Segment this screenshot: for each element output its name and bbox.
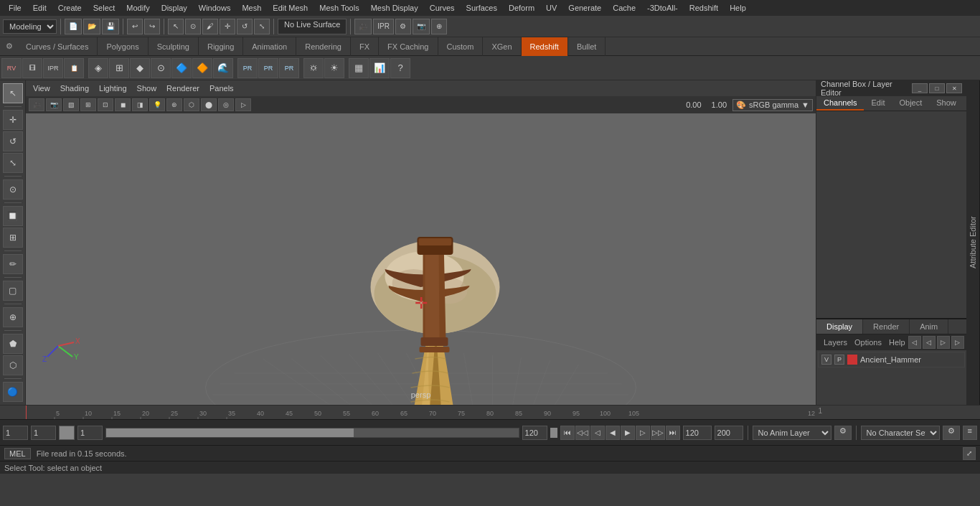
cb-close-btn[interactable]: ✕ [946, 83, 962, 93]
playback-range-bar[interactable] [105, 428, 519, 438]
vp-menu-lighting[interactable]: Lighting [96, 83, 130, 94]
move-btn[interactable]: ✛ [3, 110, 23, 130]
menu-mesh[interactable]: Mesh [236, 2, 267, 14]
le-tab-display[interactable]: Display [816, 319, 863, 334]
paint-tool-btn[interactable]: 🖌 [202, 19, 218, 34]
undo-btn[interactable]: ↩ [127, 19, 143, 34]
vp-menu-view[interactable]: View [30, 83, 53, 94]
rs-btn-7[interactable]: 🔷 [171, 58, 192, 78]
frame-current-input[interactable] [31, 426, 56, 440]
move-tool-btn[interactable]: ✛ [220, 19, 235, 34]
tab-custom[interactable]: Custom [438, 37, 484, 56]
region-select-btn[interactable]: ▢ [3, 281, 23, 301]
layer-row-ancient-hammer[interactable]: V P Ancient_Hammer [818, 352, 965, 367]
menu-mesh-tools[interactable]: Mesh Tools [314, 2, 364, 14]
menu-help[interactable]: Help [724, 2, 752, 14]
layer-help-menu[interactable]: Help [886, 337, 908, 348]
vp-menu-show[interactable]: Show [134, 83, 160, 94]
sculpt2-btn[interactable]: ⬡ [3, 355, 23, 375]
char-set-select[interactable]: No Character Set [861, 426, 940, 440]
prev-frame-btn[interactable]: ◁ [590, 426, 605, 440]
frame-range-start-input[interactable] [77, 426, 103, 440]
vp-menu-panels[interactable]: Panels [207, 83, 237, 94]
rs-btn-5[interactable]: ◆ [130, 58, 150, 78]
live-surface-btn[interactable]: No Live Surface [278, 19, 347, 34]
menu-display[interactable]: Display [156, 2, 193, 14]
cam2-ctrl-btn[interactable]: 📷 [46, 98, 62, 111]
play-back-btn[interactable]: ◀ [606, 426, 620, 440]
tab-xgen[interactable]: XGen [483, 37, 521, 56]
tab-redshift[interactable]: Redshift [522, 37, 568, 56]
tab-rendering[interactable]: Rendering [296, 37, 351, 56]
render-settings-btn[interactable]: ⚙ [395, 19, 411, 34]
tex-ctrl-btn[interactable]: ◨ [132, 98, 148, 111]
gamma-chevron[interactable]: ▼ [801, 100, 809, 109]
select-tool-btn[interactable]: ↖ [168, 19, 184, 34]
vp-menu-shading[interactable]: Shading [57, 83, 92, 94]
play-fwd-btn[interactable]: ▶ [621, 426, 635, 440]
rs-btn-3[interactable]: ◈ [88, 58, 108, 78]
timeline-ruler[interactable]: 5 10 15 20 25 30 35 40 45 50 55 60 65 70… [0, 405, 980, 419]
go-end-btn[interactable]: ⏭ [666, 426, 680, 440]
save-scene-btn[interactable]: 💾 [102, 19, 119, 34]
menu-surfaces[interactable]: Surfaces [461, 2, 503, 14]
scale-tool-btn[interactable]: ⤡ [254, 19, 270, 34]
menu-modify[interactable]: Modify [121, 2, 155, 14]
tab-fx[interactable]: FX [351, 37, 379, 56]
rs-btn-ipr[interactable]: IPR [43, 58, 63, 78]
anim-layer-settings-btn[interactable]: ⚙ [834, 426, 852, 440]
layer-icon-3[interactable]: ▷ [937, 336, 950, 349]
menu-curves[interactable]: Curves [424, 2, 461, 14]
menu-mesh-display[interactable]: Mesh Display [365, 2, 424, 14]
select-btn[interactable]: ↖ [3, 83, 23, 103]
snap-btn[interactable]: 🔲 [3, 206, 23, 226]
light-ctrl-btn[interactable]: 💡 [149, 98, 165, 111]
vp-menu-renderer[interactable]: Renderer [164, 83, 202, 94]
max-frame-input[interactable] [715, 426, 743, 440]
layer-icon-4[interactable]: ▷ [951, 336, 964, 349]
help-expand-btn[interactable]: ⤢ [963, 447, 976, 460]
grid-ctrl-btn[interactable]: ⊞ [80, 98, 96, 111]
rs-btn-pr3[interactable]: PR [279, 58, 299, 78]
redo-btn[interactable]: ↪ [144, 19, 160, 34]
layer-visibility-btn[interactable]: V [821, 355, 831, 365]
menu-file[interactable]: File [3, 2, 27, 14]
xray-ctrl-btn[interactable]: ⊛ [166, 98, 182, 111]
ipr-btn[interactable]: IPR [373, 19, 394, 34]
layers-menu[interactable]: Layers [821, 337, 850, 348]
menu-edit[interactable]: Edit [27, 2, 52, 14]
tab-bullet[interactable]: Bullet [568, 37, 606, 56]
anim-ctrl-btn[interactable]: ▷ [235, 98, 251, 111]
tab-animation[interactable]: Animation [243, 37, 296, 56]
cb-tab-channels[interactable]: Channels [816, 96, 864, 111]
anim-layer-select[interactable]: No Anim Layer [753, 426, 831, 440]
cb-maximize-btn[interactable]: □ [929, 83, 945, 93]
rs-btn-9[interactable]: 🌊 [213, 58, 233, 78]
cb-minimize-btn[interactable]: _ [912, 83, 928, 93]
rs-btn-pr1[interactable]: PR [237, 58, 258, 78]
cb-tab-show[interactable]: Show [929, 96, 963, 111]
menu-generate[interactable]: Generate [562, 2, 607, 14]
rs-btn-log[interactable]: 📋 [64, 58, 84, 78]
cam3-ctrl-btn[interactable]: ▧ [63, 98, 79, 111]
rs-btn-8[interactable]: 🔶 [192, 58, 212, 78]
scale-btn[interactable]: ⤡ [3, 153, 23, 173]
rs-btn-sky[interactable]: ☀ [324, 58, 344, 78]
target-btn[interactable]: ⊕ [431, 19, 447, 34]
mel-label[interactable]: MEL [4, 448, 31, 459]
menu-windows[interactable]: Windows [193, 2, 237, 14]
iso-ctrl-btn[interactable]: ⬡ [184, 98, 199, 111]
menu-cache[interactable]: Cache [607, 2, 641, 14]
subdiv-ctrl-btn[interactable]: ◎ [218, 98, 234, 111]
le-tab-anim[interactable]: Anim [910, 319, 948, 334]
char-set-extra-btn[interactable]: ≡ [963, 426, 977, 440]
menu-deform[interactable]: Deform [503, 2, 540, 14]
go-start-btn[interactable]: ⏮ [560, 426, 575, 440]
step-fwd-btn[interactable]: ▷▷ [651, 426, 665, 440]
workspace-selector[interactable]: Modeling [3, 19, 57, 34]
tab-curves-surfaces[interactable]: Curves / Surfaces [17, 37, 98, 56]
next-frame-btn[interactable]: ▷ [636, 426, 650, 440]
snap2-btn[interactable]: ⊞ [3, 228, 23, 248]
viewport[interactable]: View Shading Lighting Show Renderer Pane… [26, 80, 816, 405]
le-tab-render[interactable]: Render [863, 319, 910, 334]
